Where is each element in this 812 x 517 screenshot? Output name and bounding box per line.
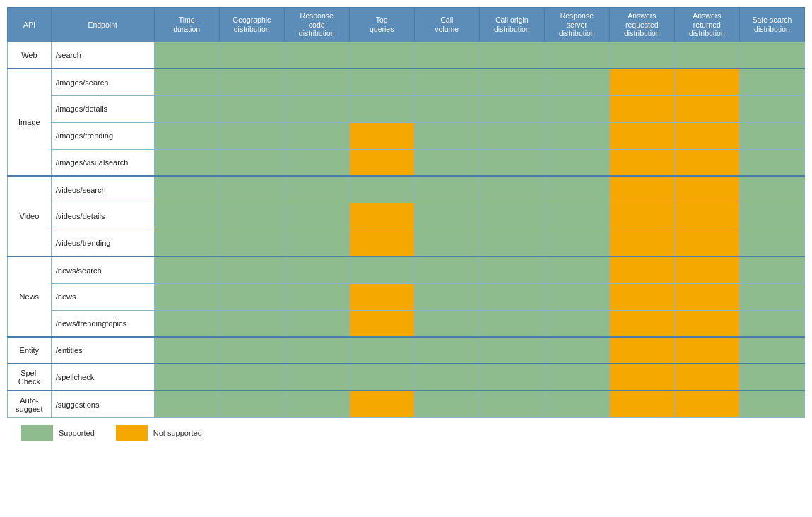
feature-cell (154, 176, 219, 203)
feature-cell (219, 42, 284, 69)
feature-cell (154, 391, 219, 417)
feature-cell (544, 203, 609, 230)
feature-cell (609, 364, 674, 391)
feature-cell (674, 69, 739, 95)
feature-cell (609, 42, 674, 69)
feature-cell (544, 176, 609, 203)
feature-cell (544, 69, 609, 95)
header-geo_dist: Geographic distribution (219, 8, 284, 42)
feature-cell (414, 310, 479, 337)
header-response_code: Response code distribution (284, 8, 349, 42)
feature-cell (219, 203, 284, 230)
table-row: /images/trending (8, 122, 805, 149)
feature-cell (609, 176, 674, 203)
api-label: Auto- suggest (8, 391, 52, 417)
endpoint-label: /images/visualsearch (51, 149, 154, 176)
feature-cell (739, 42, 804, 69)
feature-cell (674, 283, 739, 310)
feature-cell (154, 203, 219, 230)
feature-cell (479, 176, 544, 203)
feature-cell (349, 203, 414, 230)
feature-cell (609, 337, 674, 364)
feature-cell (219, 256, 284, 283)
table-row: Auto- suggest/suggestions (8, 391, 805, 417)
endpoint-label: /entities (51, 337, 154, 364)
feature-cell (219, 149, 284, 176)
feature-cell (284, 310, 349, 337)
feature-cell (284, 337, 349, 364)
feature-cell (739, 203, 804, 230)
endpoint-label: /videos/details (51, 203, 154, 230)
feature-cell (284, 95, 349, 122)
feature-cell (739, 230, 804, 256)
table-row: Spell Check/spellcheck (8, 364, 805, 391)
endpoint-label: /suggestions (51, 391, 154, 417)
feature-cell (154, 364, 219, 391)
feature-cell (349, 69, 414, 95)
feature-cell (284, 203, 349, 230)
api-label: Video (8, 176, 52, 256)
feature-cell (674, 256, 739, 283)
feature-cell (219, 176, 284, 203)
feature-cell (609, 283, 674, 310)
feature-cell (739, 149, 804, 176)
feature-cell (414, 256, 479, 283)
feature-cell (414, 42, 479, 69)
legend-not-supported-label: Not supported (153, 429, 202, 437)
feature-cell (219, 364, 284, 391)
api-label: Web (8, 42, 52, 69)
feature-cell (349, 122, 414, 149)
table-row: /news/trendingtopics (8, 310, 805, 337)
api-features-table: APIEndpointTime durationGeographic distr… (7, 7, 805, 418)
header-response_server: Response server distribution (544, 8, 609, 42)
feature-cell (414, 203, 479, 230)
feature-cell (479, 364, 544, 391)
feature-cell (284, 364, 349, 391)
api-label: Spell Check (8, 364, 52, 391)
feature-cell (349, 230, 414, 256)
api-label: Image (8, 69, 52, 176)
table-row: /images/visualsearch (8, 149, 805, 176)
legend-supported: Supported (21, 425, 95, 441)
legend-not-supported: Not supported (116, 425, 202, 441)
feature-cell (414, 176, 479, 203)
feature-cell (739, 337, 804, 364)
feature-cell (414, 149, 479, 176)
endpoint-label: /news/trendingtopics (51, 310, 154, 337)
feature-cell (674, 122, 739, 149)
feature-cell (544, 364, 609, 391)
feature-cell (219, 122, 284, 149)
feature-cell (739, 176, 804, 203)
endpoint-label: /images/details (51, 95, 154, 122)
feature-cell (219, 230, 284, 256)
feature-cell (544, 283, 609, 310)
feature-cell (674, 391, 739, 417)
feature-cell (349, 337, 414, 364)
header-top_queries: Top queries (349, 8, 414, 42)
feature-cell (544, 256, 609, 283)
feature-cell (739, 283, 804, 310)
feature-cell (284, 149, 349, 176)
feature-cell (609, 203, 674, 230)
table-row: Entity/entities (8, 337, 805, 364)
feature-cell (739, 122, 804, 149)
main-table-container: APIEndpointTime durationGeographic distr… (7, 7, 805, 418)
feature-cell (674, 176, 739, 203)
feature-cell (674, 310, 739, 337)
feature-cell (479, 69, 544, 95)
table-row: News/news/search (8, 256, 805, 283)
header-time_duration: Time duration (154, 8, 219, 42)
feature-cell (154, 122, 219, 149)
feature-cell (349, 42, 414, 69)
feature-cell (479, 391, 544, 417)
legend-yellow-box (116, 425, 148, 441)
feature-cell (479, 203, 544, 230)
feature-cell (219, 391, 284, 417)
endpoint-label: /videos/trending (51, 230, 154, 256)
table-row: /news (8, 283, 805, 310)
endpoint-label: /spellcheck (51, 364, 154, 391)
feature-cell (219, 95, 284, 122)
feature-cell (674, 95, 739, 122)
feature-cell (284, 391, 349, 417)
feature-cell (154, 256, 219, 283)
